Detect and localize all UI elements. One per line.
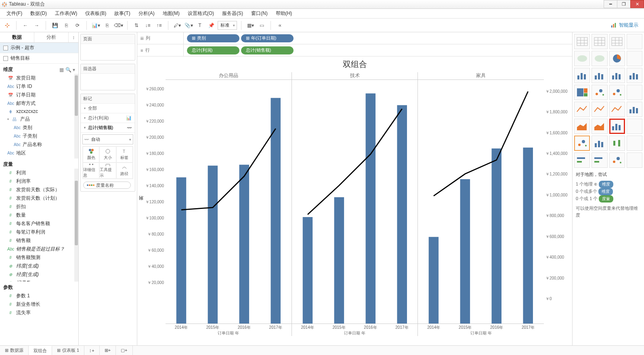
dimension-field[interactable]: Abc订单 ID [0,82,78,91]
sheet-tab[interactable]: ⊞ 仪表板 1 [52,346,84,355]
tooltip-cell[interactable]: 工具提示 [99,163,116,179]
color-cell[interactable]: 颜色 [83,146,99,163]
measure-field[interactable]: #发货前天数（计划） [0,194,78,203]
columns-shelf[interactable]: ⊞ 类别 ⊞ 年(订单日期) [184,33,572,43]
swap-button[interactable]: ⇅ [132,21,141,30]
presentation-button[interactable]: ▭ [257,21,266,30]
measure-field[interactable]: #新业务增长 [0,300,78,309]
measure-field[interactable]: #利润 [0,169,78,177]
showme-gantt[interactable] [592,152,607,168]
clear-button[interactable]: ⌫▾ [113,21,123,30]
show-me-toggle[interactable]: 智能显示 [608,22,642,29]
new-worksheet-button[interactable]: 📊▾ [91,21,101,30]
highlight-button[interactable]: 🖊▾ [172,21,182,30]
sheet-tab[interactable]: 双组合 [29,346,52,355]
undo-button[interactable]: ← [21,21,30,30]
attach-button[interactable]: 📎▾ [184,21,193,30]
fit-select[interactable]: 标准 [218,21,237,30]
measure-field[interactable]: #销售额 [0,236,78,245]
dimension-field[interactable]: 📅发货日期 [0,74,78,82]
dimension-field[interactable]: ⋕xzcxzcxzc [0,108,78,115]
showme-vbar[interactable] [592,68,607,83]
redo-button[interactable]: → [32,21,42,30]
showme-circ[interactable] [592,85,607,100]
marks-tab-sales[interactable]: ▾总计(销售额)〰 [81,123,135,133]
measure-field[interactable]: ⊕纬度(生成) [0,262,78,270]
color-legend-pill[interactable]: 度量名称 [83,182,131,189]
refresh-button[interactable]: ⟳ [73,21,82,30]
menu-help[interactable]: 帮助(H) [272,9,296,18]
facet-plot[interactable] [166,80,292,324]
showme-dual[interactable] [627,102,642,117]
filters-shelf[interactable] [81,74,135,90]
dimension-field[interactable]: Abc类别 [0,123,78,132]
dimension-field[interactable]: Abc子类别 [0,132,78,140]
chart-title[interactable]: 双组合 [137,56,572,72]
label-button[interactable]: T [195,21,205,30]
new-worksheet-tab[interactable]: ⫶+ [84,346,99,355]
menu-dashboard[interactable]: 仪表板(B) [81,9,110,18]
menu-analysis[interactable]: 分析(A) [134,9,159,18]
show-cards-button[interactable]: ▦▾ [245,21,255,30]
maximize-button[interactable]: ❐ [617,0,631,8]
dimension-field[interactable]: Abc地区 [0,149,78,157]
showme-none[interactable] [627,34,642,49]
label-cell[interactable]: T标签 [116,146,133,163]
menu-format[interactable]: 设置格式(O) [184,9,218,18]
measure-field[interactable]: #发货前天数（实际） [0,186,78,194]
measure-field[interactable]: #每名客户销售额 [0,219,78,228]
showme-table[interactable] [574,34,590,49]
showme-line1[interactable] [574,102,590,117]
showme-table3[interactable] [609,34,625,49]
menu-window[interactable]: 窗口(N) [247,9,272,18]
showme-none[interactable] [627,85,642,100]
save-button[interactable]: 💾 [50,21,60,30]
close-button[interactable]: ✕ [630,0,644,8]
dimension-field[interactable]: 📅订单日期 [0,91,78,99]
showme-none[interactable] [627,136,642,151]
showme-none[interactable] [627,119,642,134]
sort-desc-button[interactable]: ↑≡ [154,21,164,30]
measure-field[interactable]: #流失率 [0,309,78,317]
measure-field[interactable]: #每笔订单利润 [0,228,78,236]
showme-hist[interactable] [592,136,607,151]
marks-tab-all[interactable]: ▾全部 [81,104,135,113]
row-pill[interactable]: 总计(销售额) [241,46,294,54]
showme-none[interactable] [627,152,642,168]
showme-box[interactable] [609,136,625,151]
showme-map2[interactable] [592,51,607,66]
mark-type-select[interactable]: 〰 自动 [82,134,133,144]
rows-shelf[interactable]: 总计(利润) 总计(销售额) [184,46,572,55]
new-datasource-button[interactable]: ⎘ [61,21,71,30]
facet-plot[interactable] [418,80,544,324]
showme-tree[interactable] [574,85,590,100]
menu-server[interactable]: 服务器(S) [218,9,247,18]
menu-worksheet[interactable]: 工作表(W) [51,9,81,18]
menu-story[interactable]: 故事(T) [110,9,134,18]
pane-menu-icon[interactable]: ↕ [69,32,78,42]
duplicate-button[interactable]: ⎘ [102,21,112,30]
facet-plot[interactable] [292,80,418,324]
dimension-field[interactable]: Abc邮寄方式 [0,99,78,108]
dimension-field[interactable]: ▾品地点 [0,157,78,159]
showme-none[interactable] [627,51,642,66]
size-cell[interactable]: 大小 [99,146,116,163]
column-pill[interactable]: ⊞ 类别 [187,34,239,42]
showme-map1[interactable] [574,51,590,66]
measure-field[interactable]: #参数 1 [0,292,78,300]
showme-area2[interactable] [592,119,607,134]
menu-map[interactable]: 地图(M) [159,9,184,18]
pages-shelf[interactable] [81,44,135,60]
scrollbar[interactable] [74,169,78,282]
showme-pie[interactable] [609,51,625,66]
datasource-item[interactable]: 销售目标 [0,53,78,64]
measure-field[interactable]: ⊕经度(生成) [0,270,78,279]
sort-asc-button[interactable]: ↓≡ [143,21,153,30]
row-pill[interactable]: 总计(利润) [187,46,239,54]
minimize-button[interactable]: ━ [604,0,617,8]
pin-button[interactable]: 📌 [206,21,216,30]
showme-combo[interactable] [609,119,625,134]
measure-field[interactable]: #记录数 [0,279,78,282]
menu-file[interactable]: 文件(F) [2,9,26,18]
datasource-item[interactable]: 示例 - 超市 [0,43,78,53]
